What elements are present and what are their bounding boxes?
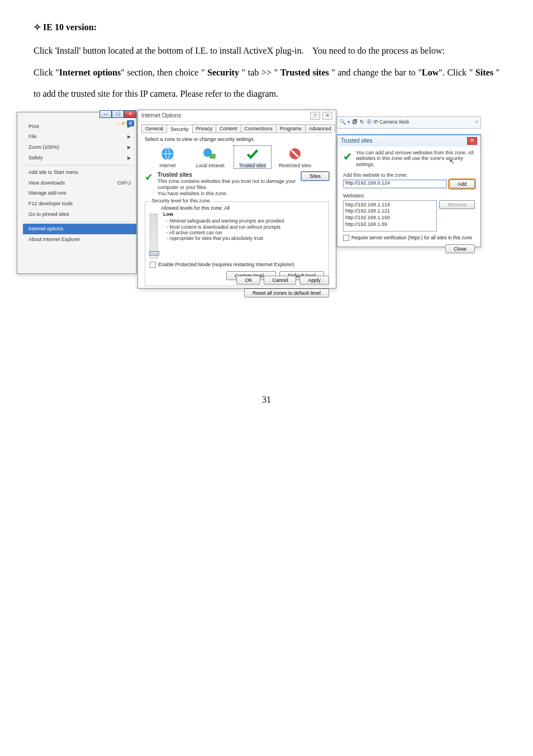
tools-toolbar-icons: ⌂ ★ ⚙ (117, 120, 134, 127)
select-zone-label: Select a zone to view or change security… (145, 136, 329, 143)
level-bullet: All active content can run (163, 230, 284, 235)
menu-item-f12[interactable]: F12 developer tools (23, 199, 136, 209)
home-icon[interactable]: ⌂ (117, 120, 120, 126)
ts-title-bar: Trusted sites ✕ (337, 135, 480, 147)
zone-desc-title: Trusted sites (158, 172, 297, 178)
tab-general[interactable]: General (141, 124, 167, 133)
require-https-checkbox[interactable] (343, 235, 349, 241)
maximize-button[interactable]: ☐ (112, 110, 124, 118)
io-tabs: General Security Privacy Content Connect… (141, 124, 332, 134)
require-https-row[interactable]: Require server verification (https:) for… (343, 235, 475, 241)
tools-menu-list: Print▶ File▶ Zoom (100%)▶ Safety▶ Add si… (17, 112, 136, 245)
cancel-button[interactable]: Cancel (264, 276, 296, 285)
apply-button[interactable]: Apply (299, 276, 329, 285)
menu-item-about[interactable]: About Internet Explorer (23, 234, 136, 245)
zone-internet[interactable]: Internet (149, 146, 186, 168)
menu-item-internet-options[interactable]: Internet options (23, 224, 136, 234)
ok-button[interactable]: OK (236, 276, 260, 285)
tools-menu-panel: — ☐ ✕ ⌂ ★ ⚙ Print▶ File▶ Zoom (100%)▶ Sa… (17, 112, 137, 274)
ts-intro-text: You can add and remove websites from thi… (356, 150, 475, 168)
menu-item-manage-addons[interactable]: Manage add-ons (23, 188, 136, 199)
favorites-icon[interactable]: ★ (121, 120, 126, 127)
tab-content[interactable]: Content (216, 124, 241, 133)
check-icon: ✔ (145, 172, 153, 184)
globe-icon (160, 146, 175, 162)
level-name: Low (163, 211, 284, 218)
browser-tab-title[interactable]: IP Camera Web (374, 119, 473, 125)
tab-privacy[interactable]: Privacy (192, 124, 217, 133)
paragraph-2: Click "Internet options" section, then c… (34, 62, 499, 105)
io-title-text: Internet Options (141, 112, 181, 119)
zone-local-intranet[interactable]: Local intranet (192, 146, 229, 168)
sites-button[interactable]: Sites (301, 172, 329, 181)
search-icon[interactable]: 🔍 ▾ (340, 119, 350, 125)
zone-desc-line2: You have websites in this zone. (158, 191, 297, 197)
chevron-right-icon: ▶ (127, 145, 131, 150)
list-item[interactable]: http://192.168.1.89 (345, 221, 435, 228)
zone-restricted[interactable]: Restricted sites (277, 146, 313, 168)
reading-mode-icon[interactable]: 🗐 (353, 119, 358, 125)
protected-mode-checkbox[interactable] (150, 262, 156, 268)
zone-icons-row: Internet Local intranet Trusted sites Re… (149, 146, 329, 168)
ie-favicon-icon: ⓔ (367, 119, 372, 125)
menu-item-safety[interactable]: Safety▶ (23, 153, 136, 163)
menu-item-view-downloads[interactable]: View downloadsCtrl+J (23, 178, 136, 188)
allowed-levels-label: Allowed levels for this zone: All (161, 205, 324, 211)
svg-rect-2 (210, 154, 216, 159)
internet-options-dialog: Internet Options ? ✕ General Security Pr… (137, 110, 336, 289)
minimize-button[interactable]: — (99, 110, 112, 118)
protected-mode-label: Enable Protected Mode (requires restarti… (158, 262, 294, 268)
security-level-legend: Security level for this zone (150, 198, 212, 204)
chevron-right-icon: ▶ (127, 134, 131, 140)
tab-advanced[interactable]: Advanced (305, 124, 335, 133)
menu-item-pinned[interactable]: Go to pinned sites (23, 209, 136, 220)
security-slider[interactable] (150, 214, 158, 258)
heading-text: IE 10 version: (43, 22, 97, 32)
add-website-input[interactable]: http://192.168.0.124 (343, 179, 447, 188)
list-item[interactable]: http://192.168.1.119 (345, 202, 435, 209)
menu-item-add-start[interactable]: Add site to Start menu (23, 167, 136, 178)
tab-programs[interactable]: Programs (276, 124, 306, 133)
security-level-group: Security level for this zone Allowed lev… (145, 201, 329, 286)
paragraph-1: Click 'Install' button located at the bo… (34, 40, 499, 62)
ts-close-button[interactable]: Close (445, 244, 475, 253)
browser-tab-bar: 🔍 ▾ 🗐 ↻ ⓔ IP Camera Web × (337, 116, 481, 129)
tools-window-buttons: — ☐ ✕ (99, 110, 136, 118)
heading: ✧ IE 10 version: (34, 17, 499, 38)
reset-zones-button[interactable]: Reset all zones to default level (244, 289, 329, 297)
websites-listbox[interactable]: http://192.168.1.119 http://192.168.1.12… (343, 200, 437, 231)
add-website-label: Add this website to the zone: (343, 172, 407, 178)
screenshot-figure: — ☐ ✕ ⌂ ★ ⚙ Print▶ File▶ Zoom (100%)▶ Sa… (17, 110, 483, 289)
protected-mode-row[interactable]: Enable Protected Mode (requires restarti… (150, 262, 324, 268)
shortcut-label: Ctrl+J (117, 180, 131, 186)
gear-icon[interactable]: ⚙ (127, 120, 134, 127)
zone-trusted-sites[interactable]: Trusted sites (234, 146, 271, 168)
intranet-icon (202, 146, 218, 162)
websites-label: Websites: (343, 193, 365, 199)
page-number: 31 (34, 389, 499, 410)
tab-connections[interactable]: Connections (241, 124, 277, 133)
tab-security[interactable]: Security (166, 125, 193, 134)
cursor-icon: ↖ (449, 158, 455, 166)
zone-desc-line1: This zone contains websites that you tru… (158, 178, 297, 191)
ts-close-button[interactable]: ✕ (467, 137, 477, 145)
tab-close-icon[interactable]: × (475, 119, 478, 125)
add-button[interactable]: Add (449, 179, 475, 188)
trusted-sites-dialog: Trusted sites ✕ ✔ You can add and remove… (337, 134, 481, 247)
zone-description: ✔ Trusted sites This zone contains websi… (145, 172, 329, 196)
check-icon (245, 146, 260, 162)
level-bullet: Appropriate for sites that you absolutel… (163, 235, 284, 241)
close-button[interactable]: ✕ (124, 110, 136, 118)
help-button[interactable]: ? (310, 112, 320, 120)
list-item[interactable]: http://192.168.1.121 (345, 208, 435, 215)
menu-item-file[interactable]: File▶ (23, 131, 136, 142)
ts-title-text: Trusted sites (341, 138, 373, 144)
list-item[interactable]: http://192.168.1.150 (345, 215, 435, 221)
io-footer-buttons: OK Cancel Apply (236, 276, 329, 285)
remove-button[interactable]: Remove (439, 200, 475, 209)
refresh-icon[interactable]: ↻ (360, 119, 364, 125)
require-https-label: Require server verification (https:) for… (351, 235, 472, 240)
close-button[interactable]: ✕ (322, 112, 332, 120)
restricted-icon (287, 146, 303, 162)
menu-item-zoom[interactable]: Zoom (100%)▶ (23, 142, 136, 153)
